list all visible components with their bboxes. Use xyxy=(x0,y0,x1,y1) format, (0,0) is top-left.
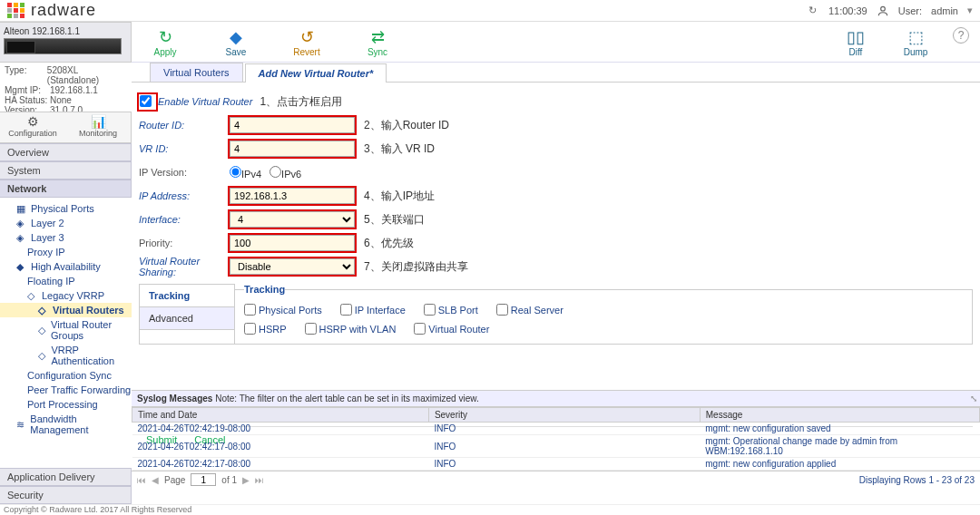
track-hsrp[interactable] xyxy=(244,323,256,335)
track-physical-ports[interactable] xyxy=(244,304,256,316)
apply-button[interactable]: ↻Apply xyxy=(142,27,188,57)
refresh-icon[interactable]: ↻ xyxy=(807,5,819,17)
annotation-7: 7、关闭虚拟路由共享 xyxy=(364,259,468,275)
bw-icon: ≋ xyxy=(16,419,26,430)
device-header: Alteon 192.168.1.1 xyxy=(0,22,132,63)
ip-address-input[interactable] xyxy=(230,188,355,204)
layer3-icon: ◈ xyxy=(16,232,27,243)
layer2-icon: ◈ xyxy=(16,218,27,228)
ipv4-radio[interactable] xyxy=(230,166,241,178)
page-last-icon[interactable]: ⏭ xyxy=(255,475,264,485)
nav-app-delivery[interactable]: Application Delivery xyxy=(0,468,132,486)
page-first-icon[interactable]: ⏮ xyxy=(137,475,146,485)
page-label: Page xyxy=(164,475,185,485)
nav-high-availability[interactable]: ◆High Availability xyxy=(0,259,132,274)
syslog-title: Syslog Messages xyxy=(137,394,212,403)
subtab-advanced[interactable]: Advanced xyxy=(140,307,234,330)
sync-icon: ⇄ xyxy=(355,27,400,47)
diff-icon: ▯▯ xyxy=(833,27,878,47)
dump-button[interactable]: ⬚Dump xyxy=(893,27,938,57)
footer-copyright: Copyright © Radware Ltd. 2017 All Rights… xyxy=(0,504,980,515)
save-icon: ◆ xyxy=(213,27,259,47)
nav-physical-ports[interactable]: ▦Physical Ports xyxy=(0,201,132,216)
priority-label: Priority: xyxy=(139,238,230,248)
vr-id-input[interactable] xyxy=(230,141,355,157)
help-button[interactable]: ? xyxy=(953,27,969,44)
col-severity[interactable]: Severity xyxy=(428,408,700,423)
nav-virtual-router-groups[interactable]: ◇Virtual Router Groups xyxy=(0,317,132,343)
sync-button[interactable]: ⇄Sync xyxy=(355,27,400,57)
vr-sharing-label: Virtual Router Sharing: xyxy=(139,256,230,277)
nav-virtual-routers[interactable]: ◇Virtual Routers xyxy=(0,303,132,317)
router-id-input[interactable] xyxy=(230,117,355,133)
nav-network-tree: ▦Physical Ports ◈Layer 2 ◈Layer 3 Proxy … xyxy=(0,198,132,441)
clock-text: 11:00:39 xyxy=(828,5,867,16)
tracking-fieldset: Tracking Physical Ports IP Interface SLB… xyxy=(234,284,973,345)
nav-security[interactable]: Security xyxy=(0,486,132,504)
chart-icon: 📊 xyxy=(91,114,106,129)
nav-layer3[interactable]: ◈Layer 3 xyxy=(0,230,132,245)
nav-legacy-vrrp[interactable]: ◇Legacy VRRP xyxy=(0,288,132,303)
track-virtual-router[interactable] xyxy=(414,323,426,335)
track-hsrp-vlan[interactable] xyxy=(305,323,317,335)
nav-network[interactable]: Network xyxy=(0,180,132,198)
monitoring-mode[interactable]: 📊Monitoring xyxy=(65,112,131,142)
syslog-note: Note: The filter on the alert table can … xyxy=(215,394,479,403)
logo-dots-icon xyxy=(7,3,25,18)
diff-button[interactable]: ▯▯Diff xyxy=(833,27,878,57)
nav-bandwidth-mgmt[interactable]: ≋Bandwidth Management xyxy=(0,412,132,437)
vr-sharing-select[interactable]: Disable xyxy=(230,258,355,275)
vr-icon: ◇ xyxy=(38,305,49,316)
page-next-icon[interactable]: ▶ xyxy=(242,475,250,485)
annotation-6: 6、优先级 xyxy=(364,236,414,251)
col-time[interactable]: Time and Date xyxy=(132,408,429,423)
nav-proxy-ip[interactable]: Proxy IP xyxy=(0,245,132,259)
nav-system[interactable]: System xyxy=(0,161,132,180)
user-icon[interactable] xyxy=(877,5,889,17)
priority-input[interactable] xyxy=(230,235,355,251)
annotation-2: 2、输入Router ID xyxy=(364,118,449,133)
ip-version-label: IP Version: xyxy=(139,167,230,178)
enable-vr-checkbox[interactable] xyxy=(140,95,152,107)
annotation-1: 1、点击方框启用 xyxy=(260,94,342,110)
col-message[interactable]: Message xyxy=(700,408,979,423)
configuration-mode[interactable]: ⚙Configuration xyxy=(0,112,65,142)
mode-switcher: ⚙Configuration 📊Monitoring xyxy=(0,112,132,143)
page-prev-icon[interactable]: ◀ xyxy=(152,475,159,485)
track-slb-port[interactable] xyxy=(424,304,436,316)
nav-config-sync[interactable]: Configuration Sync xyxy=(0,368,132,383)
user-dropdown-icon[interactable]: ▾ xyxy=(967,5,973,16)
tracking-legend: Tracking xyxy=(244,284,285,295)
subtabs: Tracking Advanced xyxy=(139,284,235,345)
nav-overview[interactable]: Overview xyxy=(0,143,132,161)
save-button[interactable]: ◆Save xyxy=(213,27,259,57)
interface-select[interactable]: 4 xyxy=(230,211,355,228)
gear-icon: ⚙ xyxy=(27,114,39,129)
track-real-server[interactable] xyxy=(496,304,508,316)
nav-port-processing[interactable]: Port Processing xyxy=(0,397,132,412)
tabs: Virtual Routers Add New Virtual Router* xyxy=(132,63,980,83)
tab-add-virtual-router[interactable]: Add New Virtual Router* xyxy=(245,63,387,83)
vrrp-icon: ◇ xyxy=(27,290,38,301)
brand-logo: radware xyxy=(7,1,96,20)
nav-vrrp-auth[interactable]: ◇VRRP Authentication xyxy=(0,343,132,368)
page-display: Displaying Rows 1 - 23 of 23 xyxy=(859,475,975,485)
track-ip-interface[interactable] xyxy=(340,304,352,316)
user-name: admin xyxy=(931,5,958,16)
page-input[interactable] xyxy=(191,473,216,486)
subtab-tracking[interactable]: Tracking xyxy=(140,285,234,307)
tab-virtual-routers[interactable]: Virtual Routers xyxy=(150,63,243,82)
ipv6-radio[interactable] xyxy=(270,166,281,178)
svg-point-0 xyxy=(880,6,885,11)
toolbar: ↻Apply ◆Save ↺Revert ⇄Sync ▯▯Diff ⬚Dump … xyxy=(132,22,980,63)
table-row: 2021-04-26T02:42:19-08:00INFOmgmt: new c… xyxy=(132,423,980,435)
revert-button[interactable]: ↺Revert xyxy=(284,27,329,57)
dump-icon: ⬚ xyxy=(893,27,938,47)
expand-icon[interactable]: ⤡ xyxy=(970,394,975,403)
annotation-4: 4、输入IP地址 xyxy=(364,189,435,204)
syslog-table: Time and Date Severity Message 2021-04-2… xyxy=(132,407,980,471)
nav-layer2[interactable]: ◈Layer 2 xyxy=(0,216,132,230)
nav-peer-forwarding[interactable]: Peer Traffic Forwarding xyxy=(0,383,132,397)
nav-floating-ip[interactable]: Floating IP xyxy=(0,274,132,288)
annotation-5: 5、关联端口 xyxy=(364,212,425,228)
